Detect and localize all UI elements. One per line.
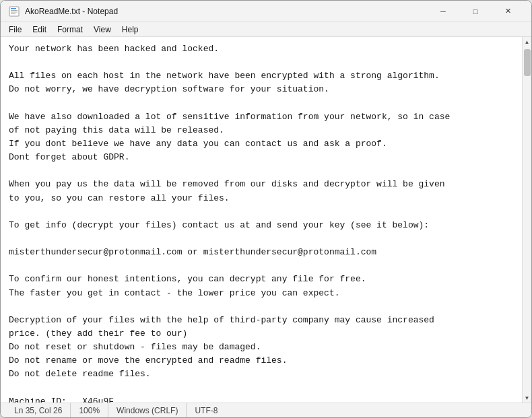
- encoding-status: UTF-8: [187, 403, 226, 417]
- scroll-thumb[interactable]: [524, 49, 531, 76]
- menu-view[interactable]: View: [88, 24, 117, 36]
- menu-format[interactable]: Format: [52, 24, 88, 36]
- scroll-down-button[interactable]: ▼: [523, 393, 532, 403]
- menu-edit[interactable]: Edit: [27, 24, 52, 36]
- notepad-window: AkoReadMe.txt - Notepad ─ □ ✕ File Edit …: [0, 0, 532, 418]
- svg-rect-1: [11, 8, 16, 9]
- menu-bar: File Edit Format View Help: [1, 22, 531, 37]
- zoom-status: 100%: [71, 403, 108, 417]
- app-icon: [9, 6, 20, 17]
- close-button[interactable]: ✕: [492, 1, 523, 22]
- menu-help[interactable]: Help: [117, 24, 144, 36]
- status-bar: Ln 35, Col 26 100% Windows (CRLF) UTF-8: [1, 403, 531, 417]
- svg-rect-3: [11, 11, 18, 12]
- maximize-button[interactable]: □: [460, 1, 491, 22]
- scroll-track[interactable]: [523, 46, 531, 393]
- line-ending-status: Windows (CRLF): [108, 403, 187, 417]
- svg-rect-2: [11, 10, 18, 11]
- svg-rect-4: [11, 13, 15, 14]
- content-area: Your network has been hacked and locked.…: [1, 37, 531, 403]
- text-editor[interactable]: Your network has been hacked and locked.…: [1, 37, 522, 403]
- window-title: AkoReadMe.txt - Notepad: [25, 7, 428, 16]
- menu-file[interactable]: File: [3, 24, 27, 36]
- window-controls: ─ □ ✕: [428, 1, 523, 22]
- line-col-status: Ln 35, Col 26: [6, 403, 71, 417]
- title-bar: AkoReadMe.txt - Notepad ─ □ ✕: [1, 1, 531, 22]
- scrollbar[interactable]: ▲ ▼: [522, 37, 531, 403]
- minimize-button[interactable]: ─: [428, 1, 459, 22]
- scroll-up-button[interactable]: ▲: [523, 37, 532, 46]
